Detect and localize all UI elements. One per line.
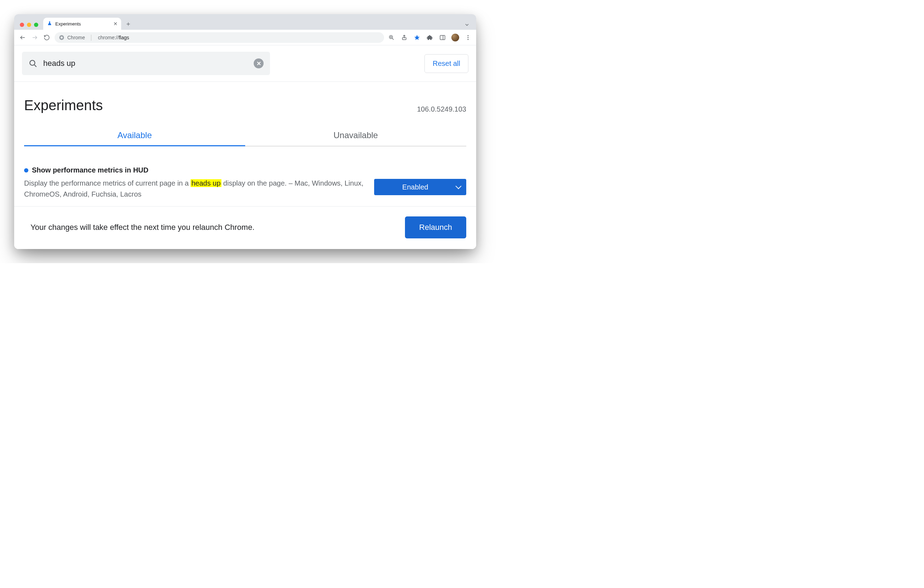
url-host-label: Chrome: [67, 35, 85, 40]
flags-tabs: Available Unavailable: [24, 130, 466, 146]
svg-point-12: [468, 35, 469, 36]
svg-line-5: [392, 38, 394, 40]
menu-icon[interactable]: [464, 34, 472, 41]
svg-point-3: [61, 36, 63, 39]
tab-available[interactable]: Available: [24, 130, 245, 146]
search-icon: [28, 59, 38, 68]
modified-indicator-icon: [24, 168, 28, 173]
svg-marker-9: [414, 35, 420, 40]
tab-close-icon[interactable]: ✕: [113, 21, 118, 26]
bookmark-star-icon[interactable]: [413, 34, 421, 41]
reload-button[interactable]: [43, 33, 51, 42]
browser-toolbar: Chrome │ chrome://flags: [14, 30, 476, 45]
extensions-icon[interactable]: [426, 34, 434, 41]
search-highlight: heads up: [191, 179, 221, 187]
search-row: ✕ Reset all: [14, 45, 476, 82]
url-separator: │: [90, 35, 93, 40]
forward-button[interactable]: [30, 33, 39, 42]
relaunch-button[interactable]: Relaunch: [405, 216, 466, 239]
minimize-window-button[interactable]: [27, 23, 31, 27]
flag-state-dropdown-wrap: Enabled: [374, 179, 466, 195]
page-title: Experiments: [24, 97, 103, 114]
svg-point-14: [468, 39, 469, 40]
tab-unavailable[interactable]: Unavailable: [245, 130, 466, 146]
zoom-icon[interactable]: [388, 34, 395, 41]
chrome-version: 106.0.5249.103: [417, 105, 466, 114]
address-bar[interactable]: Chrome │ chrome://flags: [54, 32, 384, 43]
url-scheme: chrome://: [98, 35, 119, 40]
window-controls: [17, 23, 41, 30]
tab-title: Experiments: [55, 21, 111, 26]
url-path: flags: [119, 35, 129, 40]
flag-description: Display the performance metrics of curre…: [24, 178, 363, 200]
flag-title: Show performance metrics in HUD: [32, 166, 148, 174]
flags-search-input[interactable]: [43, 58, 249, 68]
flag-item: Show performance metrics in HUD Display …: [14, 146, 476, 206]
browser-window: Experiments ✕ ＋ Chrome │ chrome://flags: [14, 14, 476, 249]
relaunch-bar: Your changes will take effect the next t…: [14, 206, 476, 249]
flask-icon: [47, 21, 53, 26]
maximize-window-button[interactable]: [34, 23, 38, 27]
svg-rect-10: [440, 35, 445, 40]
browser-tab[interactable]: Experiments ✕: [43, 18, 121, 30]
tab-strip: Experiments ✕ ＋: [14, 14, 476, 30]
toolbar-actions: [388, 34, 472, 41]
svg-line-16: [35, 65, 36, 67]
reset-all-button[interactable]: Reset all: [424, 54, 469, 73]
clear-search-icon[interactable]: ✕: [254, 58, 264, 68]
close-window-button[interactable]: [20, 23, 24, 27]
side-panel-icon[interactable]: [439, 34, 446, 41]
svg-point-13: [468, 37, 469, 38]
flags-search-box: ✕: [22, 52, 270, 75]
profile-avatar[interactable]: [451, 34, 459, 41]
page-header: Experiments 106.0.5249.103: [14, 82, 476, 114]
tab-overflow-icon[interactable]: [463, 22, 474, 30]
new-tab-button[interactable]: ＋: [123, 19, 133, 29]
page-content: ✕ Reset all Experiments 106.0.5249.103 A…: [14, 45, 476, 249]
relaunch-message: Your changes will take effect the next t…: [30, 223, 254, 232]
svg-point-15: [30, 60, 35, 65]
flag-state-dropdown[interactable]: Enabled: [374, 179, 466, 195]
chrome-icon: [59, 35, 64, 40]
share-icon[interactable]: [400, 34, 408, 41]
back-button[interactable]: [18, 33, 27, 42]
